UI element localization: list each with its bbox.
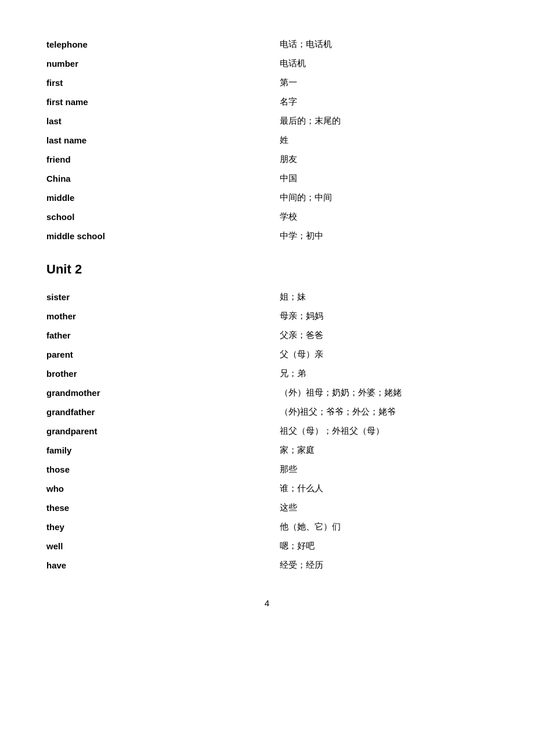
table-row: school 学校	[46, 207, 488, 226]
english-word: mother	[46, 307, 245, 326]
table-row: they 他（她、它）们	[46, 517, 488, 537]
table-row: father 父亲；爸爸	[46, 326, 488, 345]
chinese-translation: 他（她、它）们	[245, 517, 488, 537]
english-word: middle school	[46, 226, 245, 246]
chinese-translation: 父（母）亲	[245, 345, 488, 364]
table-row: mother 母亲；妈妈	[46, 307, 488, 326]
table-row: telephone 电话；电话机	[46, 35, 488, 54]
chinese-translation: 姐；妹	[245, 287, 488, 307]
chinese-translation: 名字	[245, 92, 488, 111]
chinese-translation: 家；家庭	[245, 441, 488, 460]
chinese-translation: 那些	[245, 460, 488, 479]
chinese-translation: 电话机	[245, 54, 488, 73]
unit2-heading: Unit 2	[46, 262, 488, 277]
english-word: have	[46, 556, 245, 575]
table-row: last name 姓	[46, 131, 488, 150]
english-word: well	[46, 537, 245, 556]
english-word: friend	[46, 150, 245, 169]
english-word: China	[46, 169, 245, 188]
chinese-translation: 祖父（母）；外祖父（母）	[245, 422, 488, 441]
table-row: China 中国	[46, 169, 488, 188]
english-word: middle	[46, 188, 245, 207]
chinese-translation: 经受；经历	[245, 556, 488, 575]
table-row: who 谁；什么人	[46, 479, 488, 498]
english-word: first	[46, 73, 245, 92]
english-word: first name	[46, 92, 245, 111]
page-number: 4	[46, 598, 488, 608]
table-row: middle school 中学；初中	[46, 226, 488, 246]
english-word: father	[46, 326, 245, 345]
table-row: first name 名字	[46, 92, 488, 111]
chinese-translation: 第一	[245, 73, 488, 92]
english-word: who	[46, 479, 245, 498]
table-row: family 家；家庭	[46, 441, 488, 460]
chinese-translation: （外)祖父；爷爷；外公；姥爷	[245, 402, 488, 422]
chinese-translation: 母亲；妈妈	[245, 307, 488, 326]
table-row: brother 兄；弟	[46, 364, 488, 383]
chinese-translation: 最后的；末尾的	[245, 111, 488, 131]
unit1-vocab-table: telephone 电话；电话机 number 电话机 first 第一 fir…	[46, 35, 488, 246]
unit2-vocab-table: sister 姐；妹 mother 母亲；妈妈 father 父亲；爸爸 par…	[46, 287, 488, 575]
table-row: well 嗯；好吧	[46, 537, 488, 556]
chinese-translation: 兄；弟	[245, 364, 488, 383]
chinese-translation: 电话；电话机	[245, 35, 488, 54]
english-word: telephone	[46, 35, 245, 54]
chinese-translation: 父亲；爸爸	[245, 326, 488, 345]
table-row: grandfather （外)祖父；爷爷；外公；姥爷	[46, 402, 488, 422]
chinese-translation: 姓	[245, 131, 488, 150]
english-word: brother	[46, 364, 245, 383]
english-word: these	[46, 498, 245, 517]
english-word: number	[46, 54, 245, 73]
chinese-translation: 中学；初中	[245, 226, 488, 246]
english-word: family	[46, 441, 245, 460]
chinese-translation: 学校	[245, 207, 488, 226]
chinese-translation: 嗯；好吧	[245, 537, 488, 556]
table-row: these 这些	[46, 498, 488, 517]
table-row: sister 姐；妹	[46, 287, 488, 307]
english-word: grandfather	[46, 402, 245, 422]
table-row: number 电话机	[46, 54, 488, 73]
english-word: those	[46, 460, 245, 479]
table-row: grandparent 祖父（母）；外祖父（母）	[46, 422, 488, 441]
english-word: last name	[46, 131, 245, 150]
chinese-translation: 中国	[245, 169, 488, 188]
chinese-translation: 中间的；中间	[245, 188, 488, 207]
table-row: those 那些	[46, 460, 488, 479]
english-word: parent	[46, 345, 245, 364]
english-word: grandparent	[46, 422, 245, 441]
table-row: grandmother （外）祖母；奶奶；外婆；姥姥	[46, 383, 488, 402]
table-row: middle 中间的；中间	[46, 188, 488, 207]
chinese-translation: 谁；什么人	[245, 479, 488, 498]
table-row: have 经受；经历	[46, 556, 488, 575]
chinese-translation: 这些	[245, 498, 488, 517]
chinese-translation: （外）祖母；奶奶；外婆；姥姥	[245, 383, 488, 402]
english-word: grandmother	[46, 383, 245, 402]
chinese-translation: 朋友	[245, 150, 488, 169]
table-row: last 最后的；末尾的	[46, 111, 488, 131]
table-row: friend 朋友	[46, 150, 488, 169]
table-row: first 第一	[46, 73, 488, 92]
table-row: parent 父（母）亲	[46, 345, 488, 364]
english-word: school	[46, 207, 245, 226]
english-word: sister	[46, 287, 245, 307]
english-word: last	[46, 111, 245, 131]
english-word: they	[46, 517, 245, 537]
